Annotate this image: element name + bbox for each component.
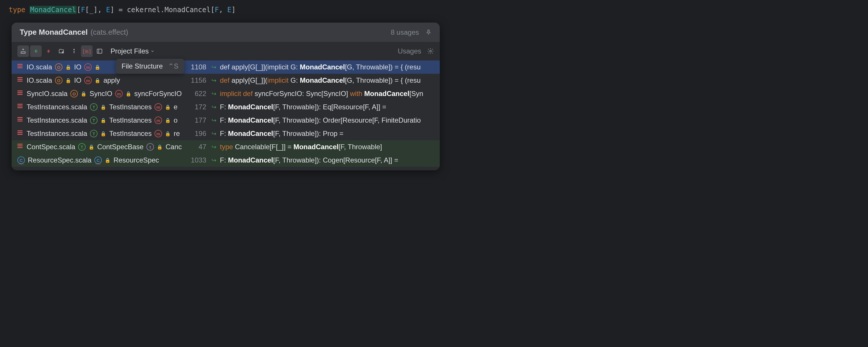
svg-point-2 [74,49,74,50]
usage-row[interactable]: TestInstances.scala T 🔒 TestInstances m … [11,114,440,127]
member-name: o [174,116,177,124]
member-name: e [174,103,177,111]
line-number: 172 [189,103,212,111]
scope-label: Project Files [111,47,149,55]
container-name: IO [74,63,81,71]
preview-button[interactable] [94,45,105,57]
line-number: 177 [189,116,212,124]
file-structure-tooltip: File Structure ⌃S [116,59,184,74]
container-name: IO [74,76,81,85]
line-number: 196 [189,130,212,138]
code-snippet: implicit def syncForSyncIO: Sync[SyncIO]… [220,90,434,98]
scala-file-icon [18,91,24,97]
lock-icon: 🔒 [81,91,87,97]
code-snippet: F: MonadCancel[F, Throwable]): Cogen[Res… [220,156,434,164]
lock-icon: 🔒 [126,91,131,97]
lock-icon: 🔒 [100,104,106,110]
tooltip-shortcut: ⌃S [168,62,179,70]
usage-row[interactable]: ContSpec.scala T 🔒 ContSpecBase t 🔒 Canc… [11,140,440,154]
editor-line: type MonadCancel[F[_], E] = cekernel.Mon… [0,0,452,20]
keyword-type: type [9,6,26,14]
method-icon: m [84,76,92,84]
lock-icon: 🔒 [89,144,94,150]
scala-file-icon [18,77,24,84]
method-icon: m [155,103,162,111]
scala-file-icon [18,144,24,150]
next-occurrence-button[interactable] [43,45,54,57]
usage-row[interactable]: TestInstances.scala T 🔒 TestInstances m … [11,100,440,114]
object-icon: O [70,90,78,97]
type-param-E: E [106,6,110,14]
member-name: Canc [165,143,182,151]
method-icon: m [84,63,92,71]
code-snippet: type Cancelable[F[_]] = MonadCancel[F, T… [220,143,434,151]
nav-icon: ↪ [212,77,216,84]
file-name: TestInstances.scala [27,103,87,111]
svg-rect-3 [97,49,102,54]
lock-icon: 🔒 [65,78,71,83]
prev-occurrence-button[interactable] [30,45,42,57]
scala-file-icon [18,104,24,110]
file-name: ResourceSpec.scala [28,156,91,164]
lock-icon: 🔒 [165,104,171,110]
svg-rect-0 [21,52,26,54]
trait-icon: T [90,103,97,111]
line-number: 622 [189,90,212,98]
scope-selector[interactable]: Project Files [111,47,155,55]
class-icon: C [94,156,102,164]
results-list: IO.scala O 🔒 IO m 🔒 File Structure ⌃S 11… [11,60,440,167]
object-icon: O [55,76,62,84]
trait-icon: T [90,130,97,137]
line-number: 1033 [189,156,212,164]
usage-row[interactable]: SyncIO.scala O 🔒 SyncIO m 🔒 syncForSyncI… [11,87,440,100]
info-button[interactable] [68,45,80,57]
usage-row[interactable]: IO.scala O 🔒 IO m 🔒 File Structure ⌃S 11… [11,60,440,74]
popup-qualifier: (cats.effect) [91,28,128,36]
container-name: ContSpecBase [97,143,144,151]
nav-icon: ↪ [212,130,216,137]
method-icon: m [115,90,123,97]
container-name: SyncIO [89,90,112,98]
tooltip-text: File Structure [122,62,163,70]
filter-method-button[interactable]: [m] [81,45,93,57]
directory-filter-button[interactable] [56,45,67,57]
scala-file-icon [18,130,24,137]
lock-icon: 🔒 [105,158,111,163]
class-icon: C [18,156,25,164]
type-icon: t [146,143,154,151]
lock-icon: 🔒 [95,64,100,70]
line-number: 47 [189,143,212,151]
file-name: TestInstances.scala [27,116,87,124]
code-snippet: F: MonadCancel[F, Throwable]): Prop = [220,130,434,138]
usages-tab[interactable]: Usages [398,47,421,55]
object-icon: O [55,63,62,71]
pin-icon[interactable] [425,29,432,36]
popup-title: Type MonadCancel [20,28,88,37]
line-number: 1108 [189,63,212,71]
nav-icon: ↪ [212,64,216,70]
usage-row[interactable]: TestInstances.scala T 🔒 TestInstances m … [11,127,440,140]
line-number: 1156 [189,76,212,85]
file-name: TestInstances.scala [27,130,87,138]
chevron-down-icon [151,49,155,53]
code-snippet: F: MonadCancel[F, Throwable]): Eq[Resour… [220,103,434,111]
scala-file-icon [18,64,24,70]
lock-icon: 🔒 [95,78,100,83]
lock-icon: 🔒 [100,118,106,123]
trait-icon: T [78,143,86,151]
method-icon: m [155,130,162,137]
usage-row[interactable]: C ResourceSpec.scala C 🔒 ResourceSpec 10… [11,154,440,167]
member-name: apply [103,76,120,85]
usages-popup: Type MonadCancel (cats.effect) 8 usages [11,23,440,170]
nav-icon: ↪ [212,144,216,150]
usage-row[interactable]: IO.scala O 🔒 IO m 🔒 apply 1156 ↪ def app… [11,74,440,87]
popup-header: Type MonadCancel (cats.effect) 8 usages [11,23,440,42]
type-identifier: MonadCancel [30,6,77,14]
settings-icon[interactable] [427,48,434,55]
code-snippet: def apply[G[_]](implicit G: MonadCancel[… [220,63,434,71]
lock-icon: 🔒 [65,64,71,70]
nav-icon: ↪ [212,117,216,124]
code-snippet: def apply[G[_]](implicit G: MonadCancel[… [220,76,434,85]
file-name: SyncIO.scala [27,90,67,98]
open-findtool-button[interactable] [18,45,29,57]
